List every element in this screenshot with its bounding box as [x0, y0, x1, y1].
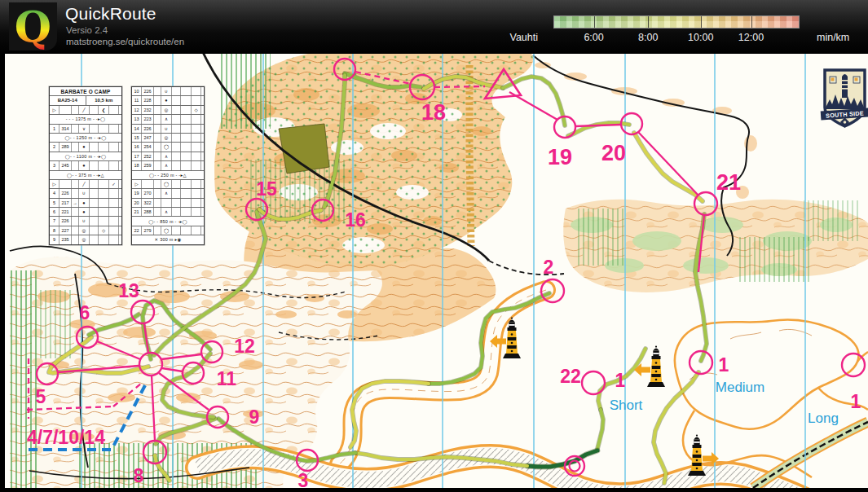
control-sheet-left-column: BARBATE O CAMPBA25-1410,5 km▷╱❮- - - 137… — [49, 86, 122, 245]
map-canvas[interactable]: 1819202115161361211592221114/7/10/1483Sh… — [5, 54, 868, 488]
control-sheet-row: - - - 1375 m - -▸◯ — [50, 114, 121, 123]
control-sheet-row: 19270∧ — [132, 188, 204, 197]
control-sheet-row: ◯- - 375 m - -▸△ — [50, 170, 121, 179]
control-description-sheet: BARBATE O CAMPBA25-1410,5 km▷╱❮- - - 137… — [49, 86, 205, 245]
header-bar: Q QuickRoute Versio 2.4 matstroeng.se/qu… — [0, 0, 868, 54]
control-sheet-right-column: 10226∪11228●12232◎◇13223∧14226∪15247◎162… — [131, 86, 205, 245]
pace-tick-label: 12:00 — [738, 32, 764, 43]
control-sheet-row: ◯- - 250 m - -▸△ — [132, 170, 204, 179]
control-number-label: 3 — [298, 470, 309, 488]
app-title: QuickRoute — [65, 4, 156, 24]
quickroute-logo-icon: Q — [9, 2, 57, 51]
control-sheet-row: 4226∪ — [50, 188, 121, 197]
control-sheet-row: ◯- - 1250 m - -▸◯ — [50, 133, 121, 142]
control-number-label: 11 — [217, 368, 237, 389]
control-number-label: 21 — [716, 170, 741, 195]
control-number-label: 16 — [345, 209, 366, 231]
control-sheet-row: 12232◎◇ — [132, 105, 204, 114]
control-sheet-row: 3245● — [50, 160, 121, 169]
pace-tick — [701, 16, 702, 28]
control-number-label: 1 — [719, 354, 729, 376]
pace-legend-label: Vauhti — [486, 32, 538, 43]
course-variant-label: Medium — [716, 380, 764, 395]
control-sheet-row: 13223∧ — [132, 114, 204, 123]
badge-lighthouse-icon — [842, 77, 848, 98]
pace-tick-label: 6:00 — [584, 32, 603, 43]
control-sheet-row: 15247◎ — [132, 133, 204, 142]
control-sheet-row: BA25-1410,5 km — [50, 95, 121, 104]
control-sheet-row: 9235◎ — [50, 235, 121, 244]
control-number-label: 8 — [134, 465, 144, 486]
control-sheet-row: 1314∨ — [50, 124, 121, 133]
control-sheet-row: 10226∪ — [132, 87, 204, 95]
pace-legend-unit: min/km — [817, 32, 849, 43]
control-number-label: 18 — [421, 100, 446, 125]
control-sheet-row: ◯- - 850 m - -▸◯ — [132, 216, 204, 225]
control-number-label: 15 — [256, 178, 277, 200]
app-url: matstroeng.se/quickroute/en — [66, 37, 184, 46]
control-number-label: 2 — [544, 257, 554, 278]
control-number-label: 1 — [851, 391, 861, 412]
control-number-label: 9 — [249, 406, 260, 428]
control-sheet-row: ▷╱❮ — [50, 105, 121, 114]
pace-tick-label: 10:00 — [688, 32, 713, 43]
control-sheet-row: 6221● — [50, 207, 121, 216]
pace-tick-label: 8:00 — [638, 32, 658, 43]
control-sheet-row: 21288∧ — [132, 207, 204, 216]
pace-tick — [648, 16, 649, 28]
control-sheet-row: 18259∧ — [132, 160, 204, 169]
control-number-label: 22 — [560, 366, 581, 387]
pace-tick — [594, 16, 595, 28]
control-number-label: 12 — [234, 336, 255, 357]
control-number-label: 6 — [80, 302, 90, 323]
control-sheet-row: 14226∪ — [132, 124, 204, 133]
logo-letter: Q — [9, 2, 57, 51]
control-sheet-row: 17252∧ — [132, 152, 204, 160]
control-sheet-row: 20322 — [132, 198, 204, 207]
control-sheet-row: 22279◯ — [132, 226, 204, 235]
control-number-label: 19 — [548, 145, 572, 169]
control-sheet-row: 11228● — [132, 95, 204, 104]
control-number-label: 20 — [601, 141, 626, 165]
control-sheet-row: BARBATE O CAMP — [50, 87, 121, 95]
control-sheet-row: ✕ 300 m ▸◉ — [132, 235, 204, 244]
pace-tick — [751, 16, 752, 28]
control-number-label: 5 — [36, 386, 46, 407]
app-version: Versio 2.4 — [66, 25, 108, 35]
control-number-label: 4/7/10/14 — [27, 427, 105, 448]
control-sheet-row: ▷╱✓ — [50, 179, 121, 188]
control-sheet-row: 16254◯ — [132, 142, 204, 151]
course-variant-label: Short — [610, 398, 643, 413]
control-sheet-row: ▷◯ — [132, 179, 204, 188]
course-variant-label: Long — [808, 411, 839, 426]
pace-gradient-bar: 6:008:0010:0012:00 — [553, 15, 800, 29]
control-sheet-row: 5217→● — [50, 198, 121, 207]
control-number-label: 13 — [118, 280, 139, 301]
control-sheet-row: 8227◎◇ — [50, 226, 121, 235]
control-number-label: 1 — [615, 370, 626, 391]
control-sheet-row: ◯- - 1100 m - -▸◯ — [50, 152, 121, 160]
control-sheet-row: 7226∪ — [50, 216, 121, 225]
quickroute-window: Q QuickRoute Versio 2.4 matstroeng.se/qu… — [0, 0, 868, 492]
control-sheet-row: 2289● — [50, 142, 121, 151]
